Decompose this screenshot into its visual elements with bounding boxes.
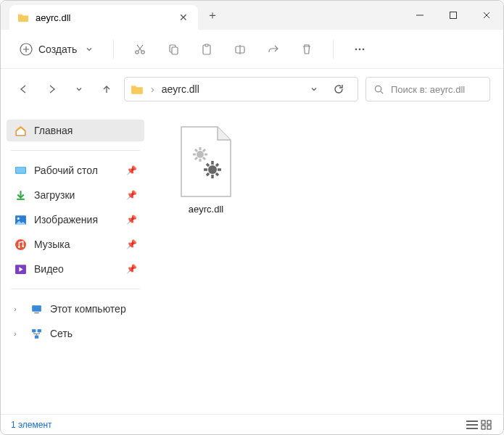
sidebar-item-label: Загрузки <box>34 189 75 201</box>
svg-rect-31 <box>482 426 485 429</box>
sidebar-item-this-pc[interactable]: › Этот компьютер <box>7 298 144 320</box>
sidebar-item-home[interactable]: Главная <box>7 120 144 141</box>
sidebar-item-label: Музыка <box>34 239 70 250</box>
copy-button[interactable] <box>159 36 188 62</box>
create-button[interactable]: Создать <box>14 40 102 59</box>
sidebar-item-label: Главная <box>34 125 73 136</box>
chevron-right-icon[interactable]: › <box>14 329 22 338</box>
new-tab-button[interactable]: ＋ <box>198 1 227 30</box>
back-button[interactable] <box>14 79 34 99</box>
body: Главная Рабочий стол 📌 Загрузки 📌 Изобра… <box>1 109 503 414</box>
svg-point-12 <box>363 48 365 50</box>
navigation-row: › aeyrc.dll Поиск в: aeyrc.dll <box>1 69 503 109</box>
create-label: Создать <box>38 44 77 55</box>
videos-icon <box>14 262 27 276</box>
search-icon <box>372 83 385 96</box>
pin-icon[interactable]: 📌 <box>126 239 137 249</box>
plus-circle-icon <box>20 43 33 56</box>
svg-rect-8 <box>205 44 208 46</box>
content-area[interactable]: aeyrc.dll <box>150 109 503 414</box>
view-icons-button[interactable] <box>480 420 493 430</box>
sidebar-item-label: Сеть <box>50 328 73 339</box>
sidebar-item-pictures[interactable]: Изображения 📌 <box>7 209 144 231</box>
tab-label: aeyrc.dll <box>36 12 70 23</box>
window-controls <box>403 1 503 30</box>
svg-rect-30 <box>487 420 491 424</box>
chevron-right-icon[interactable]: › <box>14 304 22 313</box>
svg-point-13 <box>375 86 381 91</box>
titlebar: aeyrc.dll ✕ ＋ <box>1 1 503 30</box>
svg-rect-6 <box>172 47 178 54</box>
sidebar-item-label: Рабочий стол <box>34 165 98 176</box>
svg-rect-23 <box>34 312 38 313</box>
cut-button[interactable] <box>125 36 154 62</box>
sidebar-item-label: Видео <box>34 263 64 275</box>
desktop-icon <box>14 164 27 177</box>
svg-rect-32 <box>487 426 491 429</box>
up-button[interactable] <box>96 79 117 99</box>
pin-icon[interactable]: 📌 <box>126 264 137 274</box>
paste-button[interactable] <box>192 36 221 62</box>
svg-point-18 <box>15 239 26 250</box>
music-icon <box>14 238 27 251</box>
svg-point-20 <box>22 245 24 247</box>
rename-button[interactable] <box>226 36 255 62</box>
dll-file-icon <box>175 125 236 198</box>
breadcrumb-separator: › <box>151 83 154 95</box>
search-input[interactable]: Поиск в: aeyrc.dll <box>365 77 490 102</box>
svg-point-10 <box>355 48 358 50</box>
pictures-icon <box>14 213 27 226</box>
svg-point-19 <box>17 246 20 248</box>
chevron-down-icon[interactable] <box>310 85 318 94</box>
home-icon <box>14 124 27 137</box>
svg-rect-15 <box>16 167 25 173</box>
view-details-button[interactable] <box>466 420 479 430</box>
sidebar: Главная Рабочий стол 📌 Загрузки 📌 Изобра… <box>1 109 150 414</box>
chevron-down-icon <box>83 43 96 56</box>
sidebar-item-label: Этот компьютер <box>50 303 126 315</box>
close-button[interactable] <box>470 1 503 30</box>
svg-rect-22 <box>32 305 41 312</box>
folder-icon <box>17 11 30 24</box>
svg-rect-26 <box>34 335 38 338</box>
address-bar[interactable]: › aeyrc.dll <box>124 77 358 102</box>
svg-point-11 <box>359 48 361 50</box>
item-count: 1 элемент <box>11 420 52 430</box>
tab-current[interactable]: aeyrc.dll ✕ <box>9 5 198 30</box>
svg-rect-1 <box>450 12 457 19</box>
file-item[interactable]: aeyrc.dll <box>166 125 246 215</box>
pin-icon[interactable]: 📌 <box>126 215 137 225</box>
separator <box>113 40 114 59</box>
forward-button[interactable] <box>41 79 62 99</box>
tab-close-button[interactable]: ✕ <box>176 12 191 23</box>
folder-icon <box>131 83 144 96</box>
sidebar-item-downloads[interactable]: Загрузки 📌 <box>7 184 144 206</box>
sidebar-item-desktop[interactable]: Рабочий стол 📌 <box>7 160 144 181</box>
delete-button[interactable] <box>292 36 321 62</box>
share-button[interactable] <box>259 36 288 62</box>
pin-icon[interactable]: 📌 <box>126 190 137 200</box>
svg-point-28 <box>208 165 217 174</box>
recent-button[interactable] <box>69 79 89 99</box>
file-label: aeyrc.dll <box>189 204 223 215</box>
svg-point-27 <box>197 151 204 158</box>
separator <box>11 289 140 289</box>
minimize-button[interactable] <box>403 1 437 30</box>
breadcrumb-current[interactable]: aeyrc.dll <box>162 83 199 95</box>
refresh-button[interactable] <box>326 77 352 102</box>
status-bar: 1 элемент <box>1 414 503 434</box>
network-icon <box>30 327 43 340</box>
pin-icon[interactable]: 📌 <box>126 165 137 175</box>
sidebar-item-videos[interactable]: Видео 📌 <box>7 258 144 280</box>
svg-point-17 <box>17 217 19 219</box>
svg-rect-0 <box>416 15 424 16</box>
svg-rect-29 <box>482 420 485 424</box>
svg-rect-25 <box>37 329 41 332</box>
toolbar: Создать <box>1 30 503 69</box>
maximize-button[interactable] <box>437 1 470 30</box>
separator <box>11 150 140 151</box>
search-placeholder: Поиск в: aeyrc.dll <box>391 84 465 95</box>
sidebar-item-network[interactable]: › Сеть <box>7 323 144 344</box>
sidebar-item-music[interactable]: Музыка 📌 <box>7 233 144 255</box>
more-button[interactable] <box>345 36 374 62</box>
